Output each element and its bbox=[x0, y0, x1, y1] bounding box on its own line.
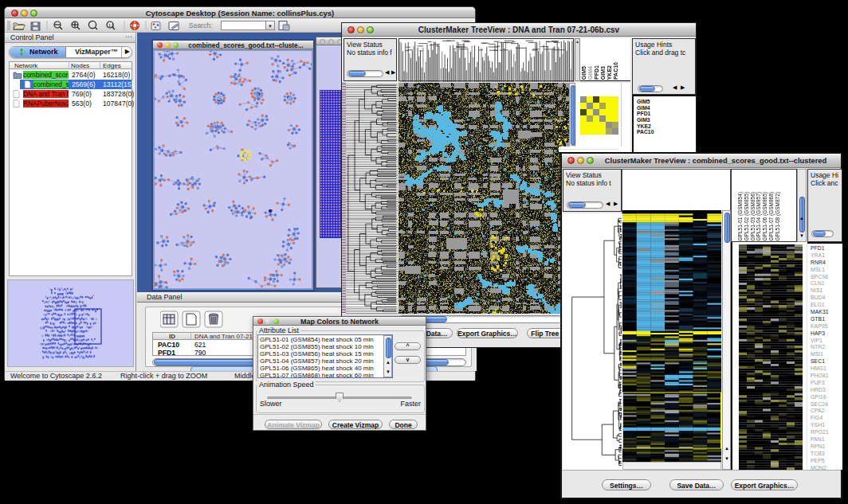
svg-text:Search:: Search: bbox=[189, 21, 212, 29]
svg-text:1:1: 1:1 bbox=[108, 23, 114, 28]
